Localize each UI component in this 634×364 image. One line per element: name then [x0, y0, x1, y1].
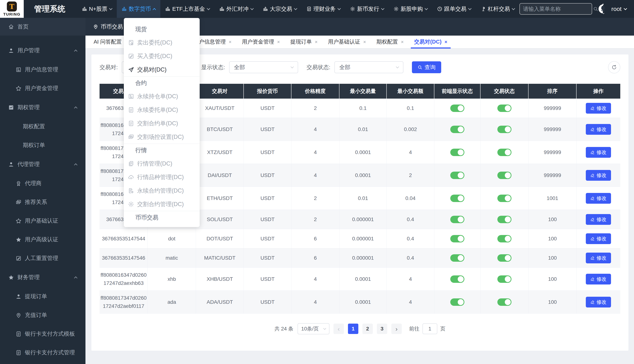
dropdown-item-1-0[interactable]: 永续持仓单(DC)	[124, 90, 200, 103]
dropdown-item-0-1[interactable]: 买入委托(DC)	[124, 49, 200, 63]
display-status-toggle[interactable]	[450, 276, 464, 283]
column-header: 排序	[528, 84, 576, 98]
tab-6[interactable]: 期权配置×	[371, 36, 409, 48]
display-status-toggle[interactable]	[450, 126, 464, 133]
close-icon[interactable]: ×	[363, 39, 366, 45]
display-status-toggle[interactable]	[450, 216, 464, 223]
nav-menu-0[interactable]: N+股票	[77, 0, 117, 18]
edit-button[interactable]: 修改	[586, 170, 611, 181]
close-icon[interactable]: ×	[444, 39, 447, 45]
dropdown-item-label: 卖出委托(DC)	[137, 39, 172, 46]
sidebar-item-9[interactable]: 用户基础认证	[0, 212, 86, 230]
edit-button[interactable]: 修改	[586, 297, 611, 308]
trade-status-toggle[interactable]	[497, 149, 512, 156]
sidebar-item-13[interactable]: 提现订单	[0, 287, 86, 306]
sidebar-item-12[interactable]: 财务管理	[0, 268, 86, 287]
nav-menu-8[interactable]: 跟单交易	[432, 0, 476, 18]
nav-menu-1[interactable]: 数字货币	[117, 0, 160, 18]
cell-min-qty: 0.0001	[340, 164, 387, 187]
edit-button[interactable]: 修改	[586, 274, 611, 284]
nav-menu-5[interactable]: 理财业务	[302, 0, 345, 18]
dropdown-item-0-2[interactable]: 交易对(DC)	[124, 63, 200, 76]
trade-status-toggle[interactable]	[497, 254, 512, 262]
trade-status-toggle[interactable]	[497, 104, 512, 112]
display-status-toggle[interactable]	[450, 172, 464, 179]
edit-button[interactable]: 修改	[586, 147, 611, 158]
close-icon[interactable]: ×	[229, 39, 232, 45]
subnav-coin-trade[interactable]: 币币交易	[93, 23, 129, 30]
sidebar-item-4[interactable]: 期权配置	[0, 117, 86, 136]
nav-menu-9[interactable]: 杠杆交易	[476, 0, 520, 18]
trade-status-toggle[interactable]	[497, 194, 512, 202]
dropdown-item-2-2[interactable]: 永续合约管理(DC)	[124, 184, 200, 198]
goto-page-input[interactable]	[422, 324, 437, 334]
trade-status-toggle[interactable]	[497, 235, 512, 242]
next-page-button[interactable]: ›	[391, 324, 402, 334]
page-button-2[interactable]: 2	[362, 324, 373, 334]
display-status-toggle[interactable]	[450, 104, 464, 112]
edit-button[interactable]: 修改	[586, 252, 611, 263]
dropdown-item-1-1[interactable]: 永续委托单(DC)	[124, 103, 200, 116]
dropdown-item-0-0[interactable]: 卖出委托(DC)	[124, 36, 200, 49]
sidebar-item-1[interactable]: 用户信息管理	[0, 60, 86, 79]
page-button-3[interactable]: 3	[377, 324, 387, 334]
edit-button[interactable]: 修改	[586, 233, 611, 244]
trade-status-toggle[interactable]	[497, 126, 512, 133]
nav-menu-7[interactable]: 新股申购	[389, 0, 432, 18]
edit-button[interactable]: 修改	[586, 103, 611, 114]
display-status-toggle[interactable]	[450, 235, 464, 242]
display-status-toggle[interactable]	[450, 298, 464, 306]
close-icon[interactable]: ×	[277, 39, 280, 45]
sidebar-item-2[interactable]: 用户资金管理	[0, 79, 86, 98]
sidebar-item-6[interactable]: 代理管理	[0, 154, 86, 174]
sidebar-item-7[interactable]: 代理商	[0, 174, 86, 193]
sidebar-item-5[interactable]: 期权订单	[0, 136, 86, 154]
dropdown-item-1-3[interactable]: 交割场控设置(DC)	[124, 130, 200, 144]
sidebar-item-10[interactable]: 用户高级认证	[0, 230, 86, 249]
dropdown-item-1-2[interactable]: 交割合约单(DC)	[124, 116, 200, 130]
edit-button[interactable]: 修改	[586, 214, 611, 225]
sidebar-item-15[interactable]: 银行卡支付方式模板	[0, 324, 86, 343]
tab-3[interactable]: 用户资金管理×	[237, 36, 285, 48]
logo[interactable]: T TURING	[0, 0, 24, 18]
tab-4[interactable]: 提现订单×	[285, 36, 323, 48]
nav-menu-6[interactable]: 新币发行	[345, 0, 389, 18]
tab-7[interactable]: 交易对(DC)×	[409, 36, 452, 48]
trade-status-toggle[interactable]	[497, 216, 512, 223]
nav-menu-4[interactable]: 大宗交易	[258, 0, 302, 18]
query-button[interactable]: 查询	[412, 61, 441, 73]
sidebar-item-8[interactable]: 推荐关系	[0, 193, 86, 212]
trade-status-select[interactable]: 全部	[334, 61, 404, 73]
nav-menu-3[interactable]: 外汇对冲	[214, 0, 258, 18]
dropdown-item-2-0[interactable]: 行情管理(DC)	[124, 157, 200, 170]
sidebar-item-14[interactable]: 充值订单	[0, 306, 86, 324]
close-icon[interactable]: ×	[315, 39, 318, 45]
avatar[interactable]	[598, 4, 608, 14]
prev-page-button[interactable]: ‹	[334, 324, 344, 334]
nav-menu-2[interactable]: ETF上市基金	[160, 0, 214, 18]
trade-status-toggle[interactable]	[497, 298, 512, 306]
sidebar-item-3[interactable]: 期权管理	[0, 98, 86, 117]
close-icon[interactable]: ×	[401, 39, 404, 45]
sidebar-item-11[interactable]: 人工重置管理	[0, 249, 86, 268]
trade-status-toggle[interactable]	[497, 276, 512, 283]
page-size-select[interactable]: 10条/页	[298, 323, 330, 334]
user-menu[interactable]: root	[612, 6, 626, 12]
star-o-icon	[16, 218, 22, 224]
tab-5[interactable]: 用户基础认证×	[323, 36, 371, 48]
display-status-toggle[interactable]	[450, 194, 464, 202]
dropdown-item-2-1[interactable]: 行情品种管理(DC)	[124, 170, 200, 184]
edit-button[interactable]: 修改	[586, 124, 611, 135]
sidebar-item-16[interactable]: 银行卡支付方式管理	[0, 343, 86, 362]
page-button-1[interactable]: 1	[348, 324, 358, 334]
refresh-button[interactable]	[608, 61, 620, 74]
edit-button[interactable]: 修改	[586, 193, 611, 204]
display-status-toggle[interactable]	[450, 149, 464, 156]
trade-status-toggle[interactable]	[497, 172, 512, 179]
dropdown-item-2-3[interactable]: 交割合约管理(DC)	[124, 198, 200, 211]
sidebar-item-0[interactable]: 用户管理	[0, 41, 86, 60]
display-status-toggle[interactable]	[450, 254, 464, 262]
sidebar-item-home[interactable]: 首页	[0, 18, 28, 36]
display-status-select[interactable]: 全部	[229, 61, 298, 73]
menu-search-input[interactable]	[523, 6, 593, 12]
